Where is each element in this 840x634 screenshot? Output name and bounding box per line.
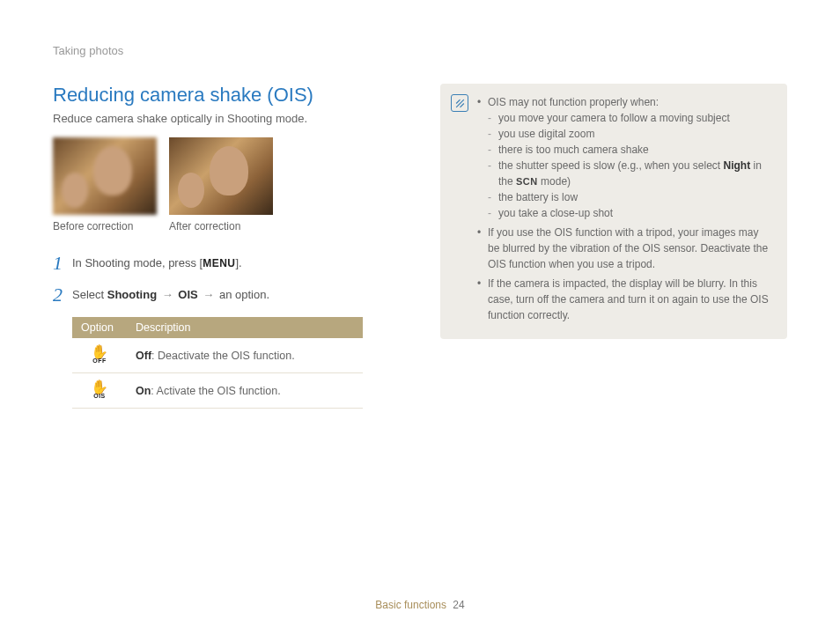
note-bullet-2: If you use the OIS function with a tripo… bbox=[477, 225, 773, 272]
text: mode) bbox=[538, 175, 571, 188]
note-bullet-3: If the camera is impacted, the display w… bbox=[477, 276, 773, 323]
after-image bbox=[169, 137, 273, 215]
page-title: Reducing camera shake (OIS) bbox=[53, 84, 405, 107]
arrow-icon: → bbox=[157, 288, 178, 301]
note-sub: you use digital zoom bbox=[488, 126, 773, 142]
after-caption: After correction bbox=[169, 220, 273, 232]
before-image bbox=[53, 137, 157, 215]
hand-ois-icon: ✋ OIS bbox=[91, 380, 108, 399]
ois-label: OIS bbox=[178, 288, 197, 301]
step-number: 2 bbox=[53, 285, 72, 305]
menu-label: MENU bbox=[203, 257, 235, 269]
off-text: : Deactivate the OIS function. bbox=[151, 350, 295, 362]
text: In Shooting mode, press [ bbox=[72, 256, 203, 269]
before-caption: Before correction bbox=[53, 220, 157, 232]
note-sub: you move your camera to follow a moving … bbox=[488, 110, 773, 126]
arrow-icon: → bbox=[198, 288, 219, 301]
step-1-text: In Shooting mode, press [MENU]. bbox=[72, 254, 242, 269]
content-columns: Reducing camera shake (OIS) Reduce camer… bbox=[53, 84, 787, 409]
step-2-text: Select Shooting → OIS → an option. bbox=[72, 285, 269, 301]
on-text: : Activate the OIS function. bbox=[151, 385, 280, 397]
table-row: ✋ OFF Off: Deactivate the OIS function. bbox=[72, 338, 363, 373]
hand-off-icon: ✋ OFF bbox=[91, 345, 108, 364]
steps-list: 1 In Shooting mode, press [MENU]. 2 Sele… bbox=[53, 254, 405, 305]
options-table: Option Description ✋ OFF Off: Dea bbox=[72, 317, 363, 409]
option-off-icon-cell: ✋ OFF bbox=[72, 338, 127, 373]
left-column: Reducing camera shake (OIS) Reduce camer… bbox=[53, 84, 405, 409]
text: OIS may not function properly when: bbox=[488, 96, 659, 108]
on-label: On bbox=[136, 385, 151, 397]
note-bullet-1: OIS may not function properly when: you … bbox=[477, 94, 773, 221]
step-2: 2 Select Shooting → OIS → an option. bbox=[53, 285, 405, 305]
night-label: Night bbox=[723, 159, 750, 172]
text: Select bbox=[72, 288, 107, 301]
note-icon bbox=[451, 94, 468, 112]
text: ]. bbox=[236, 256, 242, 269]
table-header-row: Option Description bbox=[72, 317, 363, 338]
step-1: 1 In Shooting mode, press [MENU]. bbox=[53, 254, 405, 273]
note-sub: the battery is low bbox=[488, 189, 773, 205]
example-images bbox=[53, 137, 405, 215]
page-footer: Basic functions 24 bbox=[0, 599, 840, 611]
footer-section: Basic functions bbox=[375, 599, 446, 611]
image-captions: Before correction After correction bbox=[53, 220, 405, 232]
option-off-desc: Off: Deactivate the OIS function. bbox=[127, 338, 363, 373]
note-sub: the shutter speed is slow (e.g., when yo… bbox=[488, 158, 773, 189]
scn-label: SCN bbox=[516, 176, 538, 187]
shooting-label: Shooting bbox=[107, 288, 157, 301]
step-number: 1 bbox=[53, 254, 72, 273]
page-subtitle: Reduce camera shake optically in Shootin… bbox=[53, 112, 405, 125]
page-number: 24 bbox=[449, 599, 464, 611]
table-row: ✋ OIS On: Activate the OIS function. bbox=[72, 373, 363, 409]
col-option: Option bbox=[72, 317, 127, 338]
note-sub: you take a close-up shot bbox=[488, 205, 773, 221]
breadcrumb: Taking photos bbox=[53, 44, 787, 57]
option-on-desc: On: Activate the OIS function. bbox=[127, 373, 363, 409]
text: an option. bbox=[219, 288, 269, 301]
page: Taking photos Reducing camera shake (OIS… bbox=[0, 0, 840, 409]
note-box: OIS may not function properly when: you … bbox=[440, 84, 787, 339]
note-sub: there is too much camera shake bbox=[488, 142, 773, 158]
note-body: OIS may not function properly when: you … bbox=[477, 94, 773, 327]
option-on-icon-cell: ✋ OIS bbox=[72, 373, 127, 409]
off-label: Off bbox=[136, 350, 151, 362]
icon-sub: OFF bbox=[91, 358, 108, 364]
right-column: OIS may not function properly when: you … bbox=[440, 84, 787, 409]
text: the shutter speed is slow (e.g., when yo… bbox=[498, 159, 723, 172]
col-description: Description bbox=[127, 317, 363, 338]
